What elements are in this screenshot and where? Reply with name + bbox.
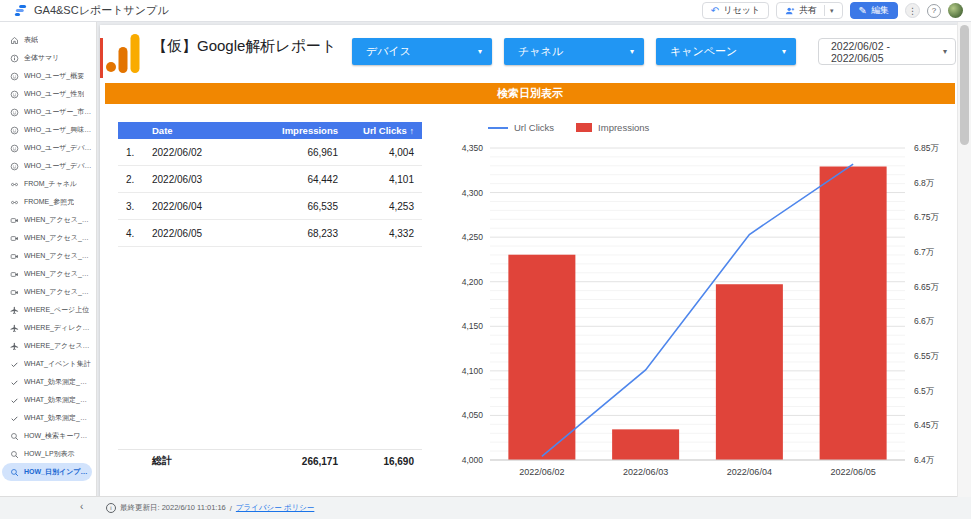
right-axis-tick: 6.4万 xyxy=(914,455,935,465)
videocam-icon xyxy=(10,234,19,243)
date-range-picker[interactable]: 2022/06/02 - 2022/06/05 ▾ xyxy=(818,38,956,65)
link-icon xyxy=(10,198,19,207)
table-header-impressions[interactable]: Impressions xyxy=(238,125,338,136)
sidebar-item-label: 全体サマリ xyxy=(24,53,60,63)
face-icon xyxy=(10,72,19,81)
reset-label: リセット xyxy=(723,4,760,17)
sidebar-item-10[interactable]: FROME_参照元 xyxy=(0,193,96,211)
sidebar-item-label: WHEN_アクセス_曜日別 xyxy=(24,251,92,261)
user-avatar[interactable] xyxy=(948,3,963,18)
sidebar-collapse-button[interactable]: ‹ xyxy=(80,501,83,512)
sidebar-item-20[interactable]: WHAT_効果測定_参照元別 xyxy=(0,373,96,391)
sidebar-item-label: FROME_参照元 xyxy=(24,197,74,207)
sidebar-item-21[interactable]: WHAT_効果測定_キャン... xyxy=(0,391,96,409)
left-axis-tick: 4,100 xyxy=(462,366,484,376)
info-icon xyxy=(10,54,19,63)
check-icon xyxy=(10,396,19,405)
sidebar-item-23[interactable]: HOW_検索キーワード xyxy=(0,427,96,445)
sidebar-item-15[interactable]: WHEN_アクセス_月推移 xyxy=(0,283,96,301)
sidebar-item-19[interactable]: WHAT_イベント集計 xyxy=(0,355,96,373)
sidebar-item-6[interactable]: WHO_ユーザ_興味カテ... xyxy=(0,121,96,139)
edit-label: 編集 xyxy=(871,4,889,17)
sidebar-item-9[interactable]: FROM_チャネル xyxy=(0,175,96,193)
sidebar-item-label: WHEN_アクセス_週推移 xyxy=(24,269,92,279)
help-button[interactable]: ? xyxy=(927,4,941,18)
cell-date: 2022/06/04 xyxy=(152,201,238,212)
search-icon xyxy=(10,450,19,459)
row-index: 3. xyxy=(118,201,152,212)
table-total-row: 総計 266,171 16,690 xyxy=(118,449,422,472)
sidebar-item-5[interactable]: WHO_ユーザー_市町村 xyxy=(0,103,96,121)
sidebar-item-1[interactable]: 表紙 xyxy=(0,31,96,49)
scrollbar-thumb[interactable] xyxy=(960,25,969,145)
sort-ascending-icon: ↑ xyxy=(410,126,415,136)
footer-separator: / xyxy=(230,504,232,513)
cell-date: 2022/06/02 xyxy=(152,147,238,158)
sidebar-item-label: HOW_日別インプレッシ... xyxy=(24,467,88,477)
filter-campaign-dropdown[interactable]: キャンペーン ▾ xyxy=(656,38,796,65)
sidebar-item-14[interactable]: WHEN_アクセス_週推移 xyxy=(0,265,96,283)
sidebar-item-label: 表紙 xyxy=(24,35,38,45)
table-header-url-clicks[interactable]: Url Clicks ↑ xyxy=(338,125,422,136)
table-header-date[interactable]: Date xyxy=(152,125,238,136)
right-axis-tick: 6.85万 xyxy=(914,143,940,153)
sidebar-item-label: WHAT_効果測定_日別 xyxy=(24,413,92,423)
filter-channel-dropdown[interactable]: チャネル ▾ xyxy=(504,38,644,65)
cell-url-clicks: 4,101 xyxy=(338,174,422,185)
sidebar-item-label: WHEN_アクセス_月推移 xyxy=(24,287,92,297)
filter-device-dropdown[interactable]: デバイス ▾ xyxy=(352,38,492,65)
sidebar-item-label: WHEN_アクセス_日別 xyxy=(24,215,92,225)
table-row: 1. 2022/06/02 66,961 4,004 xyxy=(118,139,422,166)
right-axis-tick: 6.6万 xyxy=(914,316,935,326)
bar-2022/06/04[interactable] xyxy=(716,284,783,460)
right-axis-tick: 6.45万 xyxy=(914,420,940,430)
combo-chart-plot: 4,0004,0504,1004,1504,2004,2504,3004,350… xyxy=(440,115,955,493)
home-icon xyxy=(10,36,19,45)
link-icon xyxy=(10,180,19,189)
sidebar-item-4[interactable]: WHO_ユーザ_性別 xyxy=(0,85,96,103)
more-vert-icon: ⋮ xyxy=(908,6,917,16)
left-axis-tick: 4,300 xyxy=(462,188,484,198)
search-icon xyxy=(10,468,19,477)
sidebar-item-18[interactable]: WHERE_アクセス_LP xyxy=(0,337,96,355)
sidebar-list: 表紙全体サマリWHO_ユーザ_概要WHO_ユーザ_性別WHO_ユーザー_市町村W… xyxy=(0,31,96,481)
sidebar-item-13[interactable]: WHEN_アクセス_曜日別 xyxy=(0,247,96,265)
x-axis-label: 2022/06/04 xyxy=(727,467,772,477)
sidebar-item-24[interactable]: HOW_LP別表示 xyxy=(0,445,96,463)
edit-button[interactable]: ✎ 編集 xyxy=(850,2,898,19)
sidebar-item-label: WHO_ユーザ_デバイス... xyxy=(24,161,92,171)
sidebar-item-22[interactable]: WHAT_効果測定_日別 xyxy=(0,409,96,427)
sidebar-item-label: WHAT_イベント集計 xyxy=(24,359,91,369)
privacy-policy-link[interactable]: プライバシー ポリシー xyxy=(236,503,315,513)
flight-icon xyxy=(10,342,19,351)
sidebar-item-label: WHO_ユーザ_性別 xyxy=(24,89,84,99)
sidebar-item-label: WHO_ユーザ_概要 xyxy=(24,71,84,81)
more-options-button[interactable]: ⋮ xyxy=(905,3,920,18)
sidebar-item-label: WHO_ユーザ_興味カテ... xyxy=(24,125,92,135)
sidebar-item-11[interactable]: WHEN_アクセス_日別 xyxy=(0,211,96,229)
sidebar-item-7[interactable]: WHO_ユーザ_デバイス xyxy=(0,139,96,157)
sidebar-item-8[interactable]: WHO_ユーザ_デバイス... xyxy=(0,157,96,175)
share-menu-caret[interactable]: ▾ xyxy=(824,5,834,16)
face-icon xyxy=(10,90,19,99)
right-axis-tick: 6.5万 xyxy=(914,386,935,396)
sidebar-item-label: HOW_検索キーワード xyxy=(24,431,92,441)
sidebar-item-label: FROM_チャネル xyxy=(24,179,77,189)
help-icon: ? xyxy=(932,6,936,15)
check-icon xyxy=(10,414,19,423)
face-icon xyxy=(10,126,19,135)
vertical-scrollbar[interactable] xyxy=(957,22,971,497)
bar-2022/06/05[interactable] xyxy=(820,167,887,460)
sidebar-item-2[interactable]: 全体サマリ xyxy=(0,49,96,67)
cell-impressions: 66,961 xyxy=(238,147,338,158)
share-button[interactable]: 共有 ▾ xyxy=(776,2,843,19)
sidebar-item-25[interactable]: HOW_日別インプレッシ... xyxy=(2,463,92,481)
sidebar-item-12[interactable]: WHEN_アクセス_日別累積 xyxy=(0,229,96,247)
sidebar-item-16[interactable]: WHERE_ページ上位 xyxy=(0,301,96,319)
undo-icon: ↶ xyxy=(711,6,719,16)
bar-2022/06/02[interactable] xyxy=(508,255,575,460)
reset-button[interactable]: ↶ リセット xyxy=(702,2,769,19)
sidebar-item-17[interactable]: WHERE_ディレクトリ上位 xyxy=(0,319,96,337)
bar-2022/06/03[interactable] xyxy=(612,429,679,460)
sidebar-item-3[interactable]: WHO_ユーザ_概要 xyxy=(0,67,96,85)
